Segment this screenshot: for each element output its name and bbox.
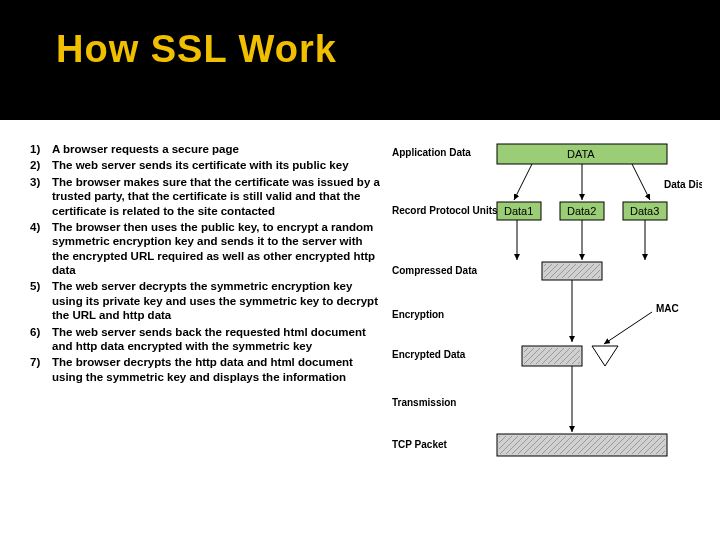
step-item: A browser requests a secure page [30, 142, 380, 156]
svg-text:Data3: Data3 [630, 205, 659, 217]
row-label-compressed: Compressed Data [392, 265, 477, 276]
triangle-icon [592, 346, 618, 366]
step-item: The web server decrypts the symmetric en… [30, 279, 380, 322]
row-label-record-protocol: Record Protocol Units [392, 205, 498, 216]
row-label-tcp: TCP Packet [392, 439, 448, 450]
arrow-icon [514, 164, 532, 200]
step-item: The browser decrypts the http data and h… [30, 355, 380, 384]
data-box-label: DATA [567, 148, 595, 160]
data-unit-box: Data2 [560, 202, 604, 220]
row-label-transmission: Transmission [392, 397, 456, 408]
svg-text:Data1: Data1 [504, 205, 533, 217]
tcp-packet-hatch [499, 436, 665, 454]
slide-content: A browser requests a secure page The web… [0, 120, 720, 502]
row-label-application-data: Application Data [392, 147, 471, 158]
side-label-mac: MAC [656, 303, 679, 314]
slide-header: How SSL Work [0, 0, 720, 120]
arrow-icon [604, 312, 652, 344]
data-unit-box: Data1 [497, 202, 541, 220]
arrow-icon [632, 164, 650, 200]
step-item: The browser then uses the public key, to… [30, 220, 380, 278]
step-item: The browser makes sure that the certific… [30, 175, 380, 218]
step-item: The web server sends its certificate wit… [30, 158, 380, 172]
row-label-encrypted: Encrypted Data [392, 349, 466, 360]
side-label-data-distribution: Data Distribution [664, 179, 702, 190]
ssl-steps-list: A browser requests a secure page The web… [30, 142, 380, 502]
slide-title: How SSL Work [56, 28, 720, 71]
row-label-encryption: Encryption [392, 309, 444, 320]
step-item: The web server sends back the requested … [30, 325, 380, 354]
svg-text:Data2: Data2 [567, 205, 596, 217]
ssl-layer-diagram: Application Data DATA Data Distribution … [392, 142, 702, 502]
compressed-hatch [544, 264, 600, 278]
data-unit-box: Data3 [623, 202, 667, 220]
encrypted-hatch [524, 348, 580, 364]
